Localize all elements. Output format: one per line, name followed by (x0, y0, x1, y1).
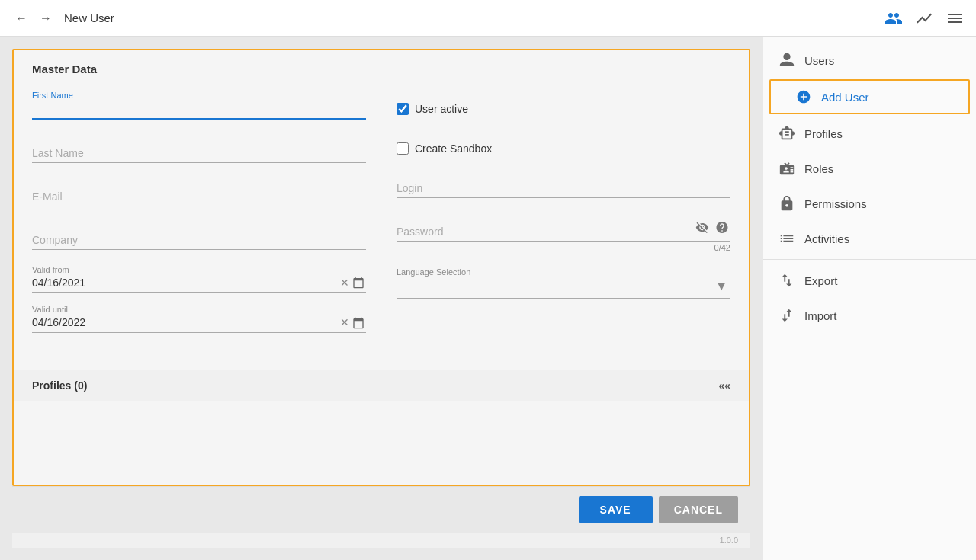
topbar: ← → New User (0, 0, 976, 37)
export-icon (779, 272, 795, 289)
content-area: Master Data First Name (0, 37, 762, 560)
sidebar-item-permissions[interactable]: Permissions (763, 186, 976, 221)
save-button[interactable]: SAVE (579, 496, 653, 523)
sidebar-item-users[interactable]: Users (763, 43, 976, 78)
lock-icon (779, 195, 795, 212)
valid-until-input[interactable] (32, 316, 339, 328)
password-icons (694, 219, 730, 236)
nav-area: ← → New User (12, 8, 114, 28)
valid-from-input[interactable] (32, 277, 339, 289)
first-name-field: First Name (32, 91, 366, 120)
password-input[interactable] (396, 213, 730, 242)
section-title: Master Data (32, 62, 730, 75)
login-field: Login (396, 170, 730, 198)
sidebar-item-roles[interactable]: Roles (763, 151, 976, 186)
user-active-checkbox[interactable] (396, 103, 409, 115)
cancel-button[interactable]: CANCEL (659, 496, 738, 523)
activity-icon (915, 9, 933, 27)
forward-button[interactable]: → (37, 8, 55, 28)
valid-until-clear-button[interactable]: ✕ (339, 316, 351, 328)
form-container: Master Data First Name (12, 49, 750, 486)
profiles-header: Profiles (0) «« (14, 370, 749, 401)
password-field: Password (396, 213, 730, 252)
password-visibility-button[interactable] (694, 219, 711, 236)
sidebar-label-profiles: Profiles (804, 127, 843, 140)
last-name-field: Last Name (32, 135, 366, 163)
sidebar-item-activities[interactable]: Activities (763, 221, 976, 256)
form-grid: First Name Last Name E-Mail (32, 91, 730, 345)
hamburger-icon (946, 9, 964, 27)
page-title: New User (64, 11, 114, 24)
users-icon (884, 9, 903, 27)
password-help-button[interactable] (714, 219, 730, 236)
last-name-input[interactable] (32, 135, 366, 163)
user-active-field: User active (396, 91, 730, 115)
import-icon (779, 307, 795, 324)
topbar-icons (884, 9, 964, 27)
company-input[interactable] (32, 222, 366, 250)
create-sandbox-checkbox[interactable] (396, 142, 409, 155)
valid-until-input-row: ✕ (32, 315, 366, 332)
person-icon (779, 52, 795, 69)
profiles-title: Profiles (0) (32, 379, 718, 392)
password-char-count: 0/42 (396, 243, 730, 252)
right-sidebar: Users Add User Profiles (762, 37, 976, 560)
sidebar-label-users: Users (804, 54, 834, 67)
email-field: E-Mail (32, 178, 366, 206)
sidebar-label-add-user: Add User (821, 91, 869, 104)
valid-until-label: Valid until (32, 305, 366, 314)
sidebar-divider (763, 259, 976, 260)
first-name-input[interactable] (32, 91, 366, 120)
language-label: Language Selection (396, 267, 470, 277)
sidebar-item-export[interactable]: Export (763, 263, 976, 298)
activities-icon (779, 230, 795, 247)
valid-until-calendar-button[interactable] (351, 315, 366, 328)
profiles-section: Profiles (0) «« (14, 370, 749, 401)
language-field: English German French Language Selection… (396, 267, 730, 299)
add-circle-icon (795, 88, 812, 105)
master-data-section: Master Data First Name (14, 50, 749, 363)
calendar-icon-2 (352, 317, 364, 329)
sidebar-item-import[interactable]: Import (763, 298, 976, 333)
valid-from-calendar-button[interactable] (351, 276, 366, 289)
sidebar-item-profiles[interactable]: Profiles (763, 116, 976, 151)
eye-off-icon (695, 221, 709, 235)
sidebar-label-import: Import (804, 309, 837, 322)
valid-from-field: Valid from ✕ (32, 265, 366, 293)
main-layout: Master Data First Name (0, 37, 976, 560)
valid-from-label: Valid from (32, 265, 366, 274)
collapse-profiles-button[interactable]: «« (718, 379, 730, 392)
left-column: First Name Last Name E-Mail (32, 91, 366, 345)
menu-button[interactable] (946, 9, 964, 27)
calendar-icon (352, 277, 364, 289)
form-scroll[interactable]: Master Data First Name (14, 50, 749, 485)
sidebar-label-permissions: Permissions (804, 197, 867, 210)
password-wrapper: Password (396, 213, 730, 242)
valid-until-field: Valid until ✕ (32, 305, 366, 332)
profiles-icon (779, 125, 795, 142)
language-select[interactable]: English German French (396, 280, 730, 299)
action-bar: SAVE CANCEL (12, 486, 750, 533)
sidebar-label-roles: Roles (804, 162, 833, 175)
version-text: 1.0.0 (12, 533, 750, 548)
help-icon (715, 221, 729, 235)
login-input[interactable] (396, 170, 730, 198)
user-active-label: User active (415, 103, 468, 115)
sidebar-item-add-user[interactable]: Add User (769, 79, 970, 114)
valid-from-input-row: ✕ (32, 276, 366, 293)
roles-icon (779, 160, 795, 177)
sidebar-label-export: Export (804, 274, 837, 287)
back-button[interactable]: ← (12, 8, 30, 28)
create-sandbox-label: Create Sandbox (415, 142, 492, 155)
create-sandbox-field: Create Sandbox (396, 130, 730, 155)
right-column: User active Create Sandbox Login (396, 91, 730, 345)
valid-from-clear-button[interactable]: ✕ (339, 277, 351, 289)
sidebar-label-activities: Activities (804, 232, 849, 245)
company-field: Company (32, 222, 366, 250)
email-input[interactable] (32, 178, 366, 206)
activity-icon-button[interactable] (915, 9, 933, 27)
users-icon-button[interactable] (884, 9, 903, 27)
